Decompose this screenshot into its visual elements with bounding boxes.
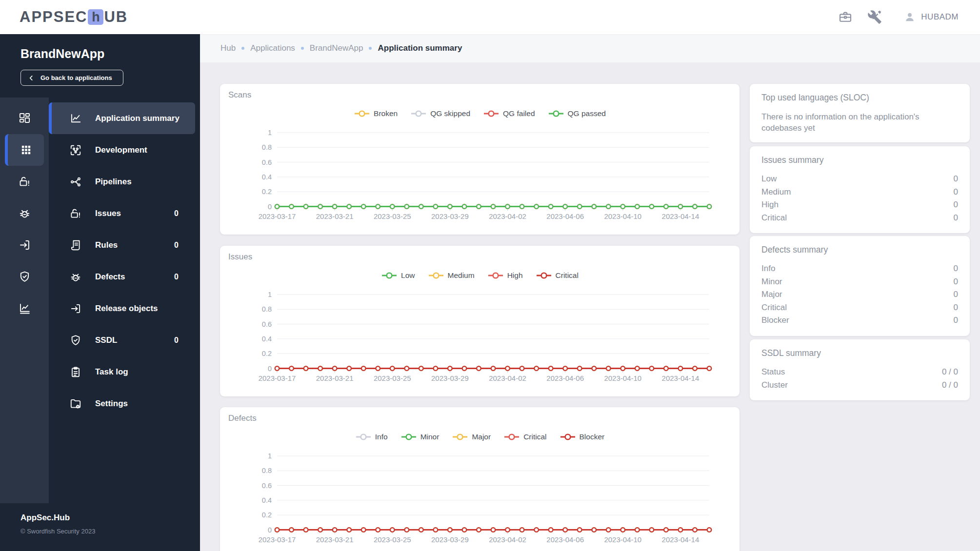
legend-label: Critical xyxy=(523,433,546,441)
chart-line-icon xyxy=(69,112,82,125)
rail-chart-icon[interactable] xyxy=(0,293,49,324)
legend-marker-icon xyxy=(487,272,504,279)
summary-row-value: 0 xyxy=(954,288,958,301)
sidebar-item-release-objects[interactable]: Release objects xyxy=(49,293,195,324)
legend-label: Major xyxy=(472,433,491,441)
legend-item-info[interactable]: Info xyxy=(355,433,388,441)
summary-row-low: Low0 xyxy=(761,173,958,186)
chart-legend: LowMediumHighCritical xyxy=(220,271,740,280)
svg-text:1: 1 xyxy=(268,452,272,460)
legend-marker-icon xyxy=(428,272,444,279)
rail-exit-icon[interactable] xyxy=(0,229,49,261)
svg-text:2023-04-02: 2023-04-02 xyxy=(489,374,526,382)
shield-check-icon xyxy=(69,334,82,347)
svg-text:2023-03-29: 2023-03-29 xyxy=(431,374,469,382)
folder-gear-icon xyxy=(69,397,82,410)
sidebar-item-settings[interactable]: Settings xyxy=(49,388,195,419)
legend-marker-icon xyxy=(452,433,468,441)
summary-row-value: 0 / 0 xyxy=(942,366,958,379)
sidebar-head: BrandNewApp Go back to applications xyxy=(0,34,200,98)
sidebar-item-task-log[interactable]: Task log xyxy=(49,356,195,388)
username: HUBADM xyxy=(921,12,959,22)
sidebar-item-label: SSDL xyxy=(95,335,117,345)
sidebar-item-count: 0 xyxy=(174,241,179,250)
sidebar-item-pipelines[interactable]: Pipelines xyxy=(49,166,195,197)
sidebar-item-count: 0 xyxy=(174,209,179,218)
chevron-left-icon xyxy=(28,75,35,81)
rail-lock-open-icon[interactable] xyxy=(0,166,49,197)
legend-item-medium[interactable]: Medium xyxy=(428,271,475,280)
legend-item-low[interactable]: Low xyxy=(381,271,415,280)
svg-text:0: 0 xyxy=(268,526,272,534)
breadcrumb-link-brandnewapp[interactable]: BrandNewApp xyxy=(310,43,363,53)
rail-dashboard-icon[interactable] xyxy=(0,102,49,134)
summary-row-value: 0 xyxy=(954,262,958,276)
tools-icon[interactable] xyxy=(867,10,882,24)
svg-text:0.2: 0.2 xyxy=(262,350,272,357)
svg-text:0: 0 xyxy=(268,365,272,373)
rail-shield-check-icon[interactable] xyxy=(0,261,49,293)
main-area: HubApplicationsBrandNewAppApplication su… xyxy=(200,34,980,551)
legend-item-qg-skipped[interactable]: QG skipped xyxy=(410,109,470,118)
breadcrumb: HubApplicationsBrandNewAppApplication su… xyxy=(200,34,980,62)
legend-item-high[interactable]: High xyxy=(487,271,523,280)
svg-text:2023-03-17: 2023-03-17 xyxy=(259,374,296,382)
card-title: Defects summary xyxy=(761,245,958,255)
summary-row-value: 0 xyxy=(954,173,958,186)
sidebar-item-rules[interactable]: Rules0 xyxy=(49,229,195,261)
breadcrumb-separator-dot xyxy=(241,47,244,50)
sidebar-item-issues[interactable]: Issues0 xyxy=(49,197,195,229)
summary-row-blocker: Blocker0 xyxy=(761,314,958,327)
sidebar-item-development[interactable]: Development xyxy=(49,134,195,166)
svg-text:2023-04-02: 2023-04-02 xyxy=(489,212,526,220)
ssdl-summary-card: SSDL summaryStatus0 / 0Cluster0 / 0 xyxy=(750,339,970,400)
sidebar-item-defects[interactable]: Defects0 xyxy=(49,261,195,293)
summary-rows: Status0 / 0Cluster0 / 0 xyxy=(761,366,958,392)
breadcrumb-link-applications[interactable]: Applications xyxy=(250,43,295,53)
user-icon xyxy=(903,11,916,23)
card-title: SSDL summary xyxy=(761,348,958,358)
legend-item-broken[interactable]: Broken xyxy=(354,109,398,118)
legend-item-blocker[interactable]: Blocker xyxy=(560,433,605,441)
legend-item-qg-failed[interactable]: QG failed xyxy=(483,109,535,118)
summary-row-label: High xyxy=(761,198,779,212)
svg-text:2023-03-25: 2023-03-25 xyxy=(374,212,411,220)
svg-text:2023-04-06: 2023-04-06 xyxy=(546,535,584,544)
briefcase-icon[interactable] xyxy=(838,10,853,24)
legend-item-qg-passed[interactable]: QG passed xyxy=(548,109,606,118)
legend-label: High xyxy=(507,271,523,280)
svg-text:2023-04-14: 2023-04-14 xyxy=(662,535,700,544)
summary-row-value: 0 xyxy=(954,276,958,289)
svg-text:2023-03-21: 2023-03-21 xyxy=(316,374,354,382)
svg-text:2023-03-29: 2023-03-29 xyxy=(431,212,469,220)
legend-item-critical[interactable]: Critical xyxy=(503,433,546,441)
sidebar-item-label: Rules xyxy=(95,240,118,250)
svg-text:0.2: 0.2 xyxy=(262,188,272,196)
sidebar-footer: AppSec.Hub © Swordfish Security 2023 xyxy=(0,503,200,551)
chart-title: Defects xyxy=(228,413,257,423)
breadcrumb-separator-dot xyxy=(369,47,372,50)
summary-row-critical: Critical0 xyxy=(761,301,958,315)
go-back-button[interactable]: Go back to applications xyxy=(20,70,123,86)
rail-apps-grid-icon[interactable] xyxy=(5,134,44,166)
legend-label: Blocker xyxy=(580,433,605,441)
legend-marker-icon xyxy=(503,433,520,441)
breadcrumb-link-hub[interactable]: Hub xyxy=(220,43,236,53)
icon-rail xyxy=(0,98,49,503)
card-title: Top used languages (SLOC) xyxy=(761,93,958,103)
legend-item-minor[interactable]: Minor xyxy=(400,433,440,441)
summary-row-info: Info0 xyxy=(761,262,958,276)
breadcrumb-separator-dot xyxy=(301,47,304,50)
legend-marker-icon xyxy=(536,272,552,279)
sidebar-item-ssdl[interactable]: SSDL0 xyxy=(49,324,195,356)
chart-plot: 10.80.60.40.202023-03-172023-03-212023-0… xyxy=(220,289,740,394)
user-menu[interactable]: HUBADM xyxy=(903,11,959,23)
rail-bug-icon[interactable] xyxy=(0,197,49,229)
sidebar-item-application-summary[interactable]: Application summary xyxy=(49,102,195,134)
svg-text:2023-04-14: 2023-04-14 xyxy=(662,374,700,382)
legend-item-critical[interactable]: Critical xyxy=(536,271,579,280)
sidebar-item-count: 0 xyxy=(174,273,179,281)
summary-row-label: Major xyxy=(761,288,782,301)
legend-label: Low xyxy=(401,271,415,280)
legend-item-major[interactable]: Major xyxy=(452,433,491,441)
